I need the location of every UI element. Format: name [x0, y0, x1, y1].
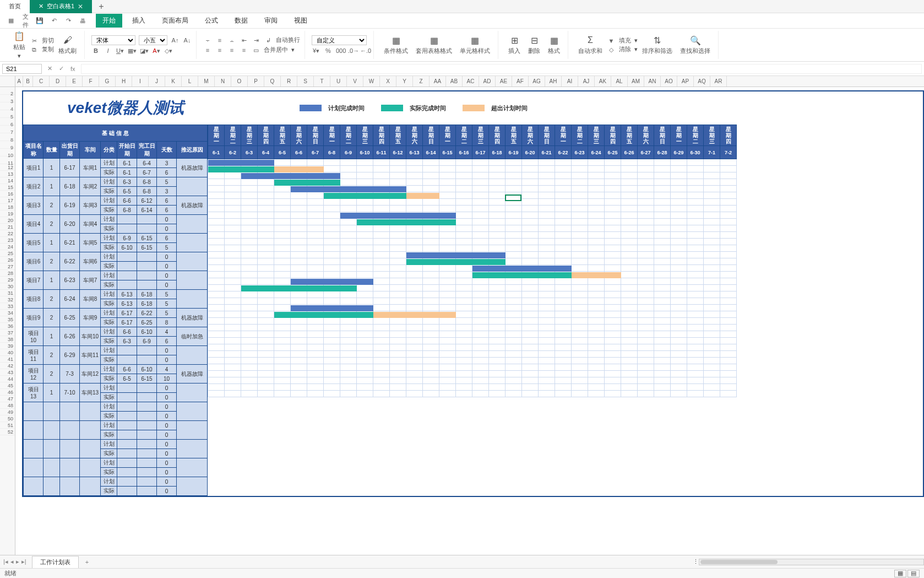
gantt-cell[interactable]: [621, 172, 638, 179]
gantt-cell[interactable]: [373, 272, 390, 278]
view-normal-icon[interactable]: ▦: [894, 570, 906, 577]
gantt-cell[interactable]: [638, 318, 654, 325]
gantt-cell[interactable]: [720, 206, 737, 212]
gantt-cell[interactable]: [720, 384, 737, 391]
cell-ship[interactable]: 6-19: [60, 196, 80, 215]
gantt-cell[interactable]: [720, 225, 737, 232]
gantt-cell[interactable]: [654, 212, 671, 219]
gantt-cell[interactable]: [572, 245, 588, 252]
number-format-select[interactable]: 自定义: [312, 35, 367, 45]
row-header[interactable]: 19: [0, 210, 15, 217]
gantt-cell[interactable]: [274, 384, 291, 391]
gantt-cell[interactable]: [423, 391, 439, 397]
cell-plan-start[interactable]: 6-6: [117, 327, 137, 337]
gantt-cell[interactable]: [274, 364, 291, 371]
gantt-cell[interactable]: [307, 364, 324, 371]
gantt-cell[interactable]: [671, 219, 687, 225]
gantt-cell[interactable]: [208, 311, 225, 318]
gantt-cell[interactable]: [654, 318, 671, 325]
gantt-cell[interactable]: [472, 245, 489, 252]
gantt-cell[interactable]: [423, 364, 439, 371]
cell-qty[interactable]: 1: [44, 177, 60, 196]
gantt-cell[interactable]: [555, 172, 572, 179]
cell-qty[interactable]: 1: [44, 327, 60, 346]
copy-button[interactable]: ⧉复制: [30, 45, 54, 54]
gantt-cell[interactable]: [291, 206, 307, 212]
gantt-cell[interactable]: [472, 232, 489, 239]
gantt-cell[interactable]: [720, 166, 737, 172]
gantt-cell[interactable]: [605, 278, 621, 285]
gantt-cell[interactable]: [687, 285, 704, 291]
gantt-cell[interactable]: [539, 225, 555, 232]
gantt-cell[interactable]: [406, 278, 423, 285]
gantt-cell[interactable]: [671, 232, 687, 239]
gantt-cell[interactable]: [406, 206, 423, 212]
gantt-cell[interactable]: [555, 391, 572, 397]
gantt-cell[interactable]: [208, 318, 225, 325]
gantt-cell[interactable]: [439, 338, 456, 344]
column-header[interactable]: AE: [496, 76, 512, 87]
gantt-cell[interactable]: [572, 258, 588, 265]
gantt-cell[interactable]: [539, 298, 555, 305]
formula-input[interactable]: [81, 64, 922, 74]
cell-name[interactable]: [24, 458, 44, 477]
gantt-cell[interactable]: [588, 285, 605, 291]
find-select-button[interactable]: 🔍查找和选择: [677, 34, 714, 56]
gantt-cell[interactable]: [654, 285, 671, 291]
gantt-cell[interactable]: [638, 338, 654, 344]
gantt-cell[interactable]: [340, 391, 357, 397]
gantt-cell[interactable]: [258, 272, 274, 278]
gantt-cell[interactable]: [555, 186, 572, 192]
gantt-cell[interactable]: [489, 192, 506, 199]
gantt-cell[interactable]: [654, 252, 671, 258]
gantt-cell[interactable]: [208, 232, 225, 239]
gantt-cell[interactable]: [506, 331, 522, 338]
gantt-cell[interactable]: [621, 331, 638, 338]
gantt-cell[interactable]: [588, 172, 605, 179]
gantt-cell[interactable]: [704, 318, 720, 325]
gantt-cell[interactable]: [241, 199, 258, 206]
wrap-text-label[interactable]: 自动换行: [276, 36, 300, 44]
gantt-cell[interactable]: [208, 371, 225, 377]
gantt-cell[interactable]: [572, 291, 588, 298]
gantt-cell[interactable]: [506, 364, 522, 371]
gantt-cell[interactable]: [506, 338, 522, 344]
gantt-cell[interactable]: [522, 225, 539, 232]
gantt-cell[interactable]: [324, 166, 340, 172]
gantt-cell[interactable]: [456, 358, 472, 364]
cell-act-start[interactable]: [117, 468, 137, 477]
cell-act-days[interactable]: 3: [157, 187, 177, 196]
gantt-cell[interactable]: [572, 239, 588, 245]
cell-shop[interactable]: [80, 421, 101, 440]
cancel-formula-icon[interactable]: ✕: [44, 65, 56, 72]
column-header[interactable]: V: [347, 76, 363, 87]
gantt-cell[interactable]: [324, 232, 340, 239]
column-header[interactable]: Q: [264, 76, 281, 87]
gantt-cell[interactable]: [241, 377, 258, 384]
gantt-cell[interactable]: [439, 377, 456, 384]
gantt-cell[interactable]: [671, 344, 687, 351]
underline-icon[interactable]: U▾: [116, 46, 124, 55]
gantt-cell[interactable]: [423, 377, 439, 384]
gantt-cell[interactable]: [472, 338, 489, 344]
gantt-cell[interactable]: [638, 291, 654, 298]
gantt-cell[interactable]: [423, 285, 439, 291]
gantt-cell[interactable]: [704, 265, 720, 272]
row-header[interactable]: 14: [0, 177, 15, 184]
name-box[interactable]: [2, 64, 42, 74]
gantt-cell[interactable]: [390, 318, 406, 325]
gantt-cell[interactable]: [225, 265, 241, 272]
gantt-cell[interactable]: [456, 278, 472, 285]
gantt-cell[interactable]: [654, 272, 671, 278]
gantt-cell[interactable]: [390, 391, 406, 397]
gantt-cell[interactable]: [704, 285, 720, 291]
gantt-cell[interactable]: [208, 331, 225, 338]
gantt-cell[interactable]: [456, 318, 472, 325]
gantt-cell[interactable]: [654, 265, 671, 272]
gantt-cell[interactable]: [225, 318, 241, 325]
row-header[interactable]: 31: [0, 290, 15, 296]
cell-qty[interactable]: [44, 421, 60, 440]
cell-reason[interactable]: 机器故障: [177, 309, 208, 327]
gantt-cell[interactable]: [654, 291, 671, 298]
cell-plan-days[interactable]: 0: [157, 252, 177, 262]
